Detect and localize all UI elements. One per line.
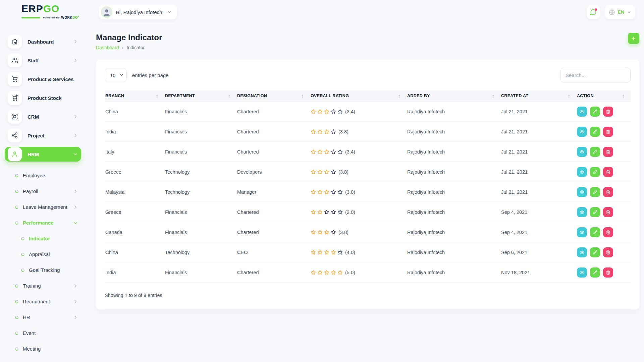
sidebar-item-label: HR xyxy=(23,314,30,320)
created-at-cell: Jul 21, 2021 xyxy=(500,182,576,202)
delete-button[interactable] xyxy=(603,167,613,177)
edit-button[interactable] xyxy=(590,147,600,157)
create-indicator-button[interactable] xyxy=(628,33,639,44)
view-button[interactable] xyxy=(577,127,587,137)
branch-cell: Italy xyxy=(105,142,164,162)
sidebar-item-meeting[interactable]: Meeting xyxy=(15,341,78,357)
sidebar-item-crm[interactable]: CRM xyxy=(5,109,81,124)
star-filled-icon xyxy=(324,169,331,175)
topbar: ERPGO Powered By WORKDO Hi, Rajodiya Inf… xyxy=(0,0,644,24)
delete-button[interactable] xyxy=(603,207,613,217)
chevron-right-icon xyxy=(73,114,78,119)
delete-button[interactable] xyxy=(603,127,613,137)
delete-button[interactable] xyxy=(603,267,613,278)
edit-button[interactable] xyxy=(590,227,600,237)
sidebar-item-recruitment[interactable]: Recruitment xyxy=(15,294,78,309)
sidebar-item-leave-management[interactable]: Leave Management xyxy=(15,199,78,215)
delete-button[interactable] xyxy=(603,187,613,197)
sidebar-item-project[interactable]: Project xyxy=(5,128,81,143)
pencil-icon xyxy=(593,250,597,255)
sidebar-item-product-stock[interactable]: Product Stock xyxy=(5,90,81,105)
sidebar-item-indicator[interactable]: Indicator xyxy=(21,231,78,246)
added-by-cell: Rajodiya Infotech xyxy=(407,262,500,283)
star-empty-icon xyxy=(324,209,331,215)
delete-button[interactable] xyxy=(603,227,613,237)
view-button[interactable] xyxy=(577,207,587,217)
sort-arrows-icon[interactable]: ▲▼ xyxy=(302,94,304,98)
user-menu[interactable]: Hi, Rajodiya Infotech! xyxy=(99,5,177,19)
search-input[interactable] xyxy=(560,68,631,82)
bullet-icon xyxy=(15,221,19,225)
rating-cell: (5.0) xyxy=(310,262,407,283)
delete-button[interactable] xyxy=(603,147,613,157)
view-button[interactable] xyxy=(577,107,587,117)
star-filled-icon xyxy=(331,250,337,255)
cart-plus-icon xyxy=(8,91,22,105)
users-icon xyxy=(8,53,22,67)
sort-arrows-icon[interactable]: ▲▼ xyxy=(156,94,158,98)
sort-arrows-icon[interactable]: ▲▼ xyxy=(398,94,400,98)
indicator-table-card: 10 entries per page BRANCH▲▼DEPAR xyxy=(96,60,639,309)
delete-button[interactable] xyxy=(603,247,613,257)
rating-cell: (4.0) xyxy=(310,242,407,262)
logo-go: GO xyxy=(43,4,60,14)
bullet-icon xyxy=(21,236,25,240)
view-button[interactable] xyxy=(577,227,587,237)
star-empty-icon xyxy=(331,149,337,155)
sort-arrows-icon[interactable]: ▲▼ xyxy=(228,94,230,98)
sidebar-item-staff[interactable]: Staff xyxy=(5,53,81,68)
chevron-right-icon xyxy=(73,315,78,320)
edit-button[interactable] xyxy=(590,167,600,177)
star-filled-icon xyxy=(311,109,317,114)
edit-button[interactable] xyxy=(590,247,600,257)
sidebar-item-hr[interactable]: HR xyxy=(15,309,78,325)
eye-icon xyxy=(580,230,584,235)
star-filled-icon xyxy=(311,129,317,134)
view-button[interactable] xyxy=(577,187,587,197)
delete-button[interactable] xyxy=(603,107,613,117)
rating-value: (2.0) xyxy=(345,209,355,215)
trash-icon xyxy=(606,149,610,154)
star-empty-icon xyxy=(331,189,337,195)
sidebar-item-label: Recruitment xyxy=(23,299,50,304)
sort-arrows-icon[interactable]: ▲▼ xyxy=(622,94,625,98)
language-selector[interactable]: EN xyxy=(605,5,635,19)
sort-arrows-icon[interactable]: ▲▼ xyxy=(568,94,570,98)
sidebar-item-event[interactable]: Event xyxy=(15,325,78,341)
sidebar-item-goal-tracking[interactable]: Goal Tracking xyxy=(21,262,78,278)
sidebar-item-performance[interactable]: Performance xyxy=(15,215,78,231)
breadcrumb-dashboard-link[interactable]: Dashboard xyxy=(96,45,119,50)
view-button[interactable] xyxy=(577,247,587,257)
sidebar-item-training[interactable]: Training xyxy=(15,278,78,294)
view-button[interactable] xyxy=(577,267,587,278)
greeting-text: Hi, Rajodiya Infotech! xyxy=(116,9,164,15)
sidebar-item-employee[interactable]: Employee xyxy=(15,168,78,183)
sidebar-item-dashboard[interactable]: Dashboard xyxy=(5,34,81,49)
eye-icon xyxy=(580,250,584,255)
edit-button[interactable] xyxy=(590,127,600,137)
view-button[interactable] xyxy=(577,167,587,177)
page-size-select[interactable]: 10 xyxy=(105,68,127,82)
edit-button[interactable] xyxy=(590,207,600,217)
created-at-cell: Sep 6, 2021 xyxy=(500,242,576,262)
sidebar-item-payroll[interactable]: Payroll xyxy=(15,183,78,199)
sidebar-item-hrm[interactable]: HRM xyxy=(5,147,81,162)
table-row: GreeceFinancialsChartered(2.0)Rajodiya I… xyxy=(105,202,631,222)
edit-button[interactable] xyxy=(590,267,600,278)
chevron-down-icon xyxy=(73,152,78,157)
notification-dot xyxy=(595,8,597,11)
messenger-button[interactable] xyxy=(587,5,600,19)
avatar xyxy=(101,6,112,18)
edit-button[interactable] xyxy=(590,107,600,117)
view-button[interactable] xyxy=(577,147,587,157)
sort-arrows-icon[interactable]: ▲▼ xyxy=(492,94,494,98)
bullet-icon xyxy=(15,347,19,351)
edit-button[interactable] xyxy=(590,187,600,197)
star-empty-icon xyxy=(331,129,337,134)
star-filled-icon xyxy=(317,270,324,275)
sidebar-item-appraisal[interactable]: Appraisal xyxy=(21,246,78,262)
designation-cell: Manager xyxy=(236,182,310,202)
trash-icon xyxy=(606,190,610,194)
star-filled-icon xyxy=(317,230,324,235)
sidebar-item-product-services[interactable]: Product & Services xyxy=(5,72,81,86)
